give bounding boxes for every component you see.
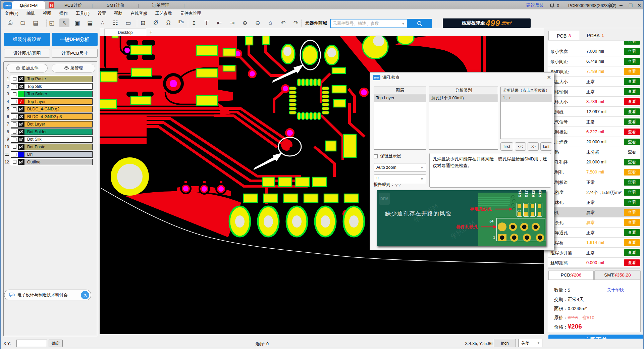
collapse-button[interactable] [81,291,89,299]
layer-row-bldc-4-gnd2-g3[interactable]: 6BLDC_4-GND2.g3 [3,113,93,121]
metric-view-button[interactable]: 查看 [624,229,640,236]
confirm-button[interactable]: 确定 [49,340,63,347]
ohm-icon[interactable]: Ω [163,18,173,27]
layer-row-top-paste[interactable]: 1Top Paste [3,75,93,83]
close-dropdown[interactable]: 关闭 ▼ [518,339,542,347]
layer-checkbox[interactable] [11,106,18,112]
menu-item-1[interactable]: 编辑 [26,11,35,16]
design-sim-button[interactable]: 设计图/仿真图 [4,49,50,58]
menu-item-3[interactable]: 操作 [59,11,68,16]
layer-row-bot-layer[interactable]: 7Bot Layer [3,120,93,128]
layer-visibility-icon[interactable] [18,121,24,127]
parts-search-input[interactable]: 元器件型号、描述、参数 ▼ [330,19,407,28]
xy-input[interactable] [16,340,47,347]
nav-first-button[interactable]: first [500,142,513,151]
user-icon[interactable] [608,3,614,8]
dialog-type-list[interactable]: 分析类别 漏孔(1个,0.00mil) [429,87,498,150]
metric-view-button[interactable]: 查看 [624,78,640,85]
search-dropdown-arrow[interactable]: ▼ [401,22,405,26]
metric-view-button[interactable]: 查看 [624,159,640,165]
open-icon[interactable]: 🗀 [18,18,28,27]
app-tab-orders[interactable]: 订单管理 [152,1,169,10]
zoom-out-icon[interactable]: ⊖ [253,18,263,27]
metric-view-button[interactable]: 查看 [624,129,640,135]
zoom-select-icon[interactable]: ▣ [72,18,82,27]
one-click-dfm-button[interactable]: 一键DFM分析 [52,33,98,46]
zoom-mode-dropdown[interactable]: Auto zoom▼ [374,163,426,172]
flip-up-icon[interactable]: ↥ [189,18,199,27]
ruler-icon[interactable]: ▭ [123,18,133,27]
layer-row-top-layer[interactable]: 4✓Top Layer [3,98,93,106]
layer-visibility-icon[interactable] [18,106,24,112]
menu-item-2[interactable]: 视图 [43,11,51,16]
net-list-icon[interactable]: ☷ [110,18,120,27]
metric-view-button[interactable]: 查看 [624,199,640,206]
metric-view-button[interactable]: 查看 [624,179,640,186]
layer-checkbox[interactable] [11,76,18,82]
bell-icon[interactable] [550,3,554,8]
keep-layer-checkbox[interactable]: 保留显示层 [374,153,401,159]
layer-visibility-icon[interactable] [18,137,24,142]
layer-checkbox[interactable] [11,121,18,127]
export-pdf-icon[interactable]: ▤ [31,18,41,27]
dialog-layer-list[interactable]: 图层 Top Layer [374,87,426,150]
layer-visibility-icon[interactable]: ✓ [18,99,24,104]
metric-view-button[interactable]: 查看 [624,149,640,155]
metric-view-button[interactable]: 查看 [624,239,640,246]
metric-view-button[interactable]: 查看 [624,118,640,125]
metric-view-button[interactable]: 查看 [624,48,640,55]
layer-checkbox[interactable] [11,84,18,89]
minimize-button[interactable]: – [620,1,623,10]
dialog-result-list[interactable]: 分析结果（点击查看位置） 1、r [500,87,552,139]
layer-visibility-icon[interactable] [18,114,24,119]
add-view-tab-button[interactable]: + [147,29,155,36]
menu-item-8[interactable]: 工艺参数 [155,11,172,16]
layer-checkbox[interactable] [11,152,18,157]
app-tab-smt-quote[interactable]: SMT计价 [107,1,124,10]
app-tab-pcb-quote[interactable]: PCB计价 [64,1,82,10]
layer-visibility-icon[interactable] [18,91,24,97]
layer-visibility-icon[interactable] [18,152,24,157]
layer-row-bot-silk[interactable]: 9Bot Silk [3,136,93,143]
huaqiu-h-icon[interactable]: H [49,2,54,8]
no-symbol-icon[interactable]: Ø [151,18,161,27]
result-row[interactable]: 1、r [501,94,552,102]
layer-row-bot-paste[interactable]: 10Bot Paste [3,143,93,151]
search-button[interactable] [407,19,432,28]
metric-view-button[interactable]: 查看 [624,68,640,75]
metric-view-button[interactable]: 查看 [624,41,640,45]
menu-item-0[interactable]: 文件(F) [5,11,18,16]
add-file-button[interactable]: 追加文件 [6,64,48,72]
layer-checkbox[interactable] [11,114,18,119]
align-left-icon[interactable]: ⇤ [214,18,224,27]
menu-item-7[interactable]: 在线客服 [130,11,147,16]
type-row[interactable]: 漏孔(1个,0.00mil) [429,94,498,102]
select-cursor-icon[interactable]: ↖ [59,18,69,27]
zoom-in-icon[interactable]: ⊕ [240,18,250,27]
app-tab-dfm[interactable]: 华秋DFM [12,1,45,10]
layer-row-drl[interactable]: 11Drl [3,151,93,158]
layer-manager-button[interactable]: 层管理 [52,64,95,72]
menu-item-6[interactable]: 帮助 [114,11,122,16]
view-tab-desktop[interactable]: Desktop [104,29,146,36]
nav-last-button[interactable]: last [540,142,552,151]
feedback-link[interactable]: 建议反馈 [526,1,544,10]
measure-path-icon[interactable]: ⬓ [85,18,95,27]
price-tab-pcb[interactable]: PCB:¥206 [548,270,594,280]
metric-view-button[interactable]: 查看 [624,209,640,216]
metric-view-button[interactable]: 查看 [624,139,640,145]
redo-icon[interactable]: ↷ [291,18,301,27]
checkbox-box[interactable] [374,154,378,158]
array-icon[interactable]: ⊞ [138,18,148,27]
calc-pcb-size-button[interactable]: 计算PCB尺寸 [52,49,98,58]
align-right-icon[interactable]: ⇥ [227,18,237,27]
layer-checkbox[interactable] [11,144,18,150]
metric-view-button[interactable]: 查看 [624,108,640,115]
metric-view-button[interactable]: 查看 [624,219,640,226]
metric-view-button[interactable]: 查看 [624,189,640,196]
metric-view-button[interactable]: 查看 [624,169,640,176]
metric-view-button[interactable]: 查看 [624,259,640,266]
layer-row-outline[interactable]: 12Outline [3,158,93,166]
dialog-title-bar[interactable]: DFM 漏孔检查 [370,72,554,83]
nav-next-button[interactable]: >> [528,142,539,151]
